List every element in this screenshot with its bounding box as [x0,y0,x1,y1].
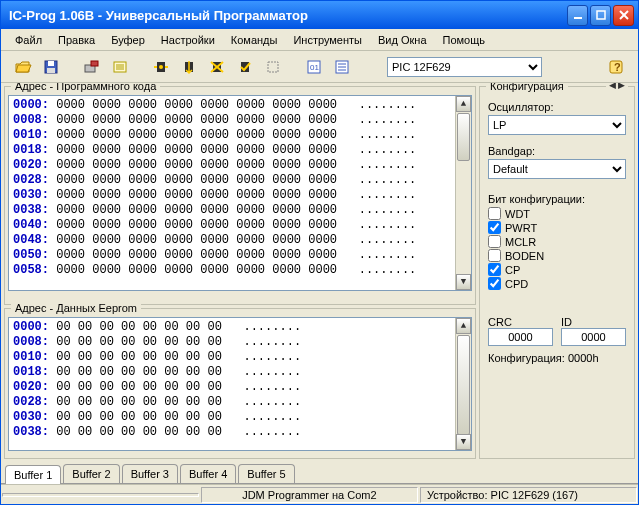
bandgap-select[interactable]: Default [488,159,626,179]
hex-row[interactable]: 0010: 0000 0000 0000 0000 0000 0000 0000… [13,128,467,143]
config-bit-checkbox[interactable] [488,277,501,290]
hex-row[interactable]: 0028: 00 00 00 00 00 00 00 00 ........ [13,395,467,410]
view-asm-icon[interactable] [330,55,354,79]
config-bit-cpd[interactable]: CPD [488,277,626,290]
menu-tools[interactable]: Инструменты [285,32,370,48]
config-bit-checkbox[interactable] [488,263,501,276]
config-groupbox: Конфигурация ◀▶ Осциллятор: LP Bandgap: … [479,86,635,459]
menu-help[interactable]: Помощь [435,32,494,48]
settings-icon[interactable] [80,55,104,79]
id-input[interactable] [561,328,626,346]
buffer-tab-5[interactable]: Buffer 5 [238,464,294,483]
view-code-icon[interactable]: 01 [302,55,326,79]
program-scrollbar[interactable]: ▲▼ [455,96,471,290]
menu-buffer[interactable]: Буфер [103,32,153,48]
device-select[interactable]: PIC 12F629 [387,57,542,77]
hex-row[interactable]: 0058: 0000 0000 0000 0000 0000 0000 0000… [13,263,467,278]
program-groupbox: Адрес - Программного кода ▲▼ 0000: 0000 … [4,86,476,305]
maximize-button[interactable] [590,5,611,26]
buffer-tab-4[interactable]: Buffer 4 [180,464,236,483]
config-bit-checkbox[interactable] [488,235,501,248]
statusbar: JDM Programmer на Com2 Устройство: PIC 1… [1,484,638,504]
menu-edit[interactable]: Правка [50,32,103,48]
options-icon[interactable] [108,55,132,79]
svg-point-14 [159,65,163,69]
config-bit-boden[interactable]: BODEN [488,249,626,262]
hex-row[interactable]: 0020: 00 00 00 00 00 00 00 00 ........ [13,380,467,395]
hex-row[interactable]: 0018: 0000 0000 0000 0000 0000 0000 0000… [13,143,467,158]
config-bit-checkbox[interactable] [488,207,501,220]
config-title: Конфигурация [486,83,568,92]
config-nav[interactable]: ◀▶ [606,83,628,90]
hex-row[interactable]: 0008: 0000 0000 0000 0000 0000 0000 0000… [13,113,467,128]
config-bits-label: Бит конфигурации: [488,193,626,205]
program-chip-icon[interactable] [177,55,201,79]
hex-row[interactable]: 0038: 00 00 00 00 00 00 00 00 ........ [13,425,467,440]
hex-row[interactable]: 0000: 00 00 00 00 00 00 00 00 ........ [13,320,467,335]
config-bit-label: PWRT [505,222,537,234]
buffer-tab-2[interactable]: Buffer 2 [63,464,119,483]
read-chip-icon[interactable] [149,55,173,79]
program-hex-pane[interactable]: ▲▼ 0000: 0000 0000 0000 0000 0000 0000 0… [8,95,472,291]
erase-chip-icon[interactable] [205,55,229,79]
status-center: JDM Programmer на Com2 [201,487,418,503]
hex-row[interactable]: 0048: 0000 0000 0000 0000 0000 0000 0000… [13,233,467,248]
oscillator-select[interactable]: LP [488,115,626,135]
svg-rect-8 [91,61,98,66]
eeprom-hex-pane[interactable]: ▲▼ 0000: 00 00 00 00 00 00 00 00 .......… [8,317,472,451]
config-bit-cp[interactable]: CP [488,263,626,276]
open-icon[interactable] [11,55,35,79]
config-bit-label: CP [505,264,520,276]
minimize-button[interactable] [567,5,588,26]
config-bit-pwrt[interactable]: PWRT [488,221,626,234]
menu-view[interactable]: Вид Окна [370,32,435,48]
hex-row[interactable]: 0030: 0000 0000 0000 0000 0000 0000 0000… [13,188,467,203]
status-right: Устройство: PIC 12F629 (167) [420,487,637,503]
program-title: Адрес - Программного кода [11,83,160,92]
nav-next-icon[interactable]: ▶ [618,83,625,90]
svg-rect-5 [48,61,54,66]
blank-check-icon[interactable] [261,55,285,79]
crc-label: CRC [488,316,553,328]
config-bit-label: BODEN [505,250,544,262]
buffer-tab-3[interactable]: Buffer 3 [122,464,178,483]
svg-rect-6 [47,68,55,73]
hex-row[interactable]: 0008: 00 00 00 00 00 00 00 00 ........ [13,335,467,350]
svg-text:?: ? [614,61,621,73]
hex-row[interactable]: 0030: 00 00 00 00 00 00 00 00 ........ [13,410,467,425]
config-bit-label: MCLR [505,236,536,248]
eeprom-groupbox: Адрес - Данных Eeprom ▲▼ 0000: 00 00 00 … [4,308,476,459]
status-left [2,493,199,497]
hex-row[interactable]: 0050: 0000 0000 0000 0000 0000 0000 0000… [13,248,467,263]
menubar: Файл Правка Буфер Настройки Команды Инст… [1,29,638,51]
eeprom-scrollbar[interactable]: ▲▼ [455,318,471,450]
buffer-tabs: Buffer 1 Buffer 2 Buffer 3 Buffer 4 Buff… [1,462,638,484]
hex-row[interactable]: 0020: 0000 0000 0000 0000 0000 0000 0000… [13,158,467,173]
id-label: ID [561,316,626,328]
menu-file[interactable]: Файл [7,32,50,48]
config-bit-checkbox[interactable] [488,221,501,234]
save-icon[interactable] [39,55,63,79]
buffer-tab-1[interactable]: Buffer 1 [5,465,61,484]
hex-row[interactable]: 0000: 0000 0000 0000 0000 0000 0000 0000… [13,98,467,113]
crc-input[interactable] [488,328,553,346]
hex-row[interactable]: 0040: 0000 0000 0000 0000 0000 0000 0000… [13,218,467,233]
config-bit-wdt[interactable]: WDT [488,207,626,220]
config-bit-mclr[interactable]: MCLR [488,235,626,248]
nav-prev-icon[interactable]: ◀ [609,83,616,90]
toolbar: 01 PIC 12F629 ? [1,51,638,83]
config-bit-label: CPD [505,278,528,290]
hex-row[interactable]: 0010: 00 00 00 00 00 00 00 00 ........ [13,350,467,365]
svg-rect-0 [574,17,582,19]
config-bit-checkbox[interactable] [488,249,501,262]
hex-row[interactable]: 0028: 0000 0000 0000 0000 0000 0000 0000… [13,173,467,188]
menu-settings[interactable]: Настройки [153,32,223,48]
verify-chip-icon[interactable] [233,55,257,79]
svg-rect-1 [597,11,605,19]
help-icon[interactable]: ? [604,55,628,79]
menu-commands[interactable]: Команды [223,32,286,48]
close-button[interactable] [613,5,634,26]
titlebar[interactable]: IC-Prog 1.06B - Универсальный Программат… [1,1,638,29]
hex-row[interactable]: 0038: 0000 0000 0000 0000 0000 0000 0000… [13,203,467,218]
hex-row[interactable]: 0018: 00 00 00 00 00 00 00 00 ........ [13,365,467,380]
